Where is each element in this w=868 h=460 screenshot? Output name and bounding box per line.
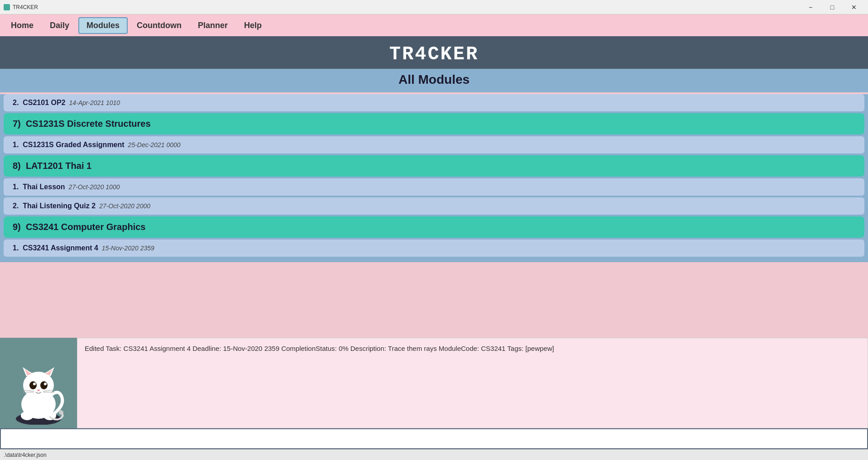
task-index: 1. bbox=[13, 244, 23, 252]
task-date: 27-Oct-2020 2000 bbox=[99, 202, 150, 210]
task-item-thai-lesson[interactable]: 1. Thai Lesson27-Oct-2020 1000 bbox=[4, 178, 864, 196]
command-input-row bbox=[0, 428, 868, 449]
task-item-thai-listening-quiz[interactable]: 2. Thai Listening Quiz 227-Oct-2020 2000 bbox=[4, 197, 864, 215]
output-area: Edited Task: CS3241 Assignment 4 Deadlin… bbox=[0, 338, 868, 428]
app-title-section: TR4CKER bbox=[0, 36, 868, 69]
svg-point-10 bbox=[44, 383, 47, 385]
nav-home[interactable]: Home bbox=[4, 18, 41, 33]
svg-point-11 bbox=[37, 389, 40, 391]
mascot-area bbox=[0, 338, 77, 428]
svg-point-7 bbox=[29, 381, 37, 389]
module-group-lat1201[interactable]: 8) LAT1201 Thai 1 bbox=[4, 155, 864, 177]
task-item-cs3241-assignment4[interactable]: 1. CS3241 Assignment 415-Nov-2020 2359 bbox=[4, 240, 864, 257]
close-button[interactable]: ✕ bbox=[844, 0, 864, 14]
title-bar: TR4CKER − □ ✕ bbox=[0, 0, 868, 14]
menu-bar: Home Daily Modules Countdown Planner Hel… bbox=[0, 14, 868, 36]
svg-point-16 bbox=[21, 411, 34, 420]
nav-help[interactable]: Help bbox=[237, 18, 269, 33]
module-group-index: 7) bbox=[13, 119, 26, 129]
svg-point-9 bbox=[33, 383, 36, 385]
svg-point-8 bbox=[40, 381, 48, 389]
status-path: .\data\tr4cker.json bbox=[4, 452, 47, 458]
task-date: 25-Dec-2021 0000 bbox=[128, 141, 181, 149]
task-item-cs2101-op2[interactable]: 2. CS2101 OP214-Apr-2021 1010 bbox=[4, 94, 864, 111]
task-item-cs1231s-graded[interactable]: 1. CS1231S Graded Assignment25-Dec-2021 … bbox=[4, 136, 864, 153]
title-bar-controls: − □ ✕ bbox=[800, 0, 864, 14]
svg-point-18 bbox=[59, 410, 63, 415]
task-index: 1. bbox=[13, 183, 23, 191]
minimize-button[interactable]: − bbox=[800, 0, 821, 14]
nav-planner[interactable]: Planner bbox=[191, 18, 235, 33]
task-date: 15-Nov-2020 2359 bbox=[102, 244, 154, 252]
nav-modules[interactable]: Modules bbox=[78, 17, 128, 34]
task-name: CS2101 OP2 bbox=[23, 99, 65, 106]
module-group-name: CS1231S Discrete Structures bbox=[26, 119, 151, 129]
task-index: 2. bbox=[13, 202, 23, 210]
task-index: 1. bbox=[13, 141, 23, 149]
task-name: Thai Listening Quiz 2 bbox=[23, 202, 96, 210]
command-input[interactable] bbox=[78, 429, 867, 448]
module-group-cs3241[interactable]: 9) CS3241 Computer Graphics bbox=[4, 216, 864, 238]
module-group-cs1231s[interactable]: 7) CS1231S Discrete Structures bbox=[4, 113, 864, 134]
nav-daily[interactable]: Daily bbox=[43, 18, 77, 33]
mascot-cat bbox=[9, 345, 68, 425]
bottom-section: Edited Task: CS3241 Assignment 4 Deadlin… bbox=[0, 338, 868, 460]
module-group-index: 8) bbox=[13, 161, 26, 171]
task-name: CS1231S Graded Assignment bbox=[23, 141, 124, 149]
module-group-name: LAT1201 Thai 1 bbox=[26, 161, 91, 171]
module-group-index: 9) bbox=[13, 222, 26, 232]
modules-area: 2. CS2101 OP214-Apr-2021 1010 7) CS1231S… bbox=[0, 94, 868, 262]
maximize-button[interactable]: □ bbox=[822, 0, 843, 14]
module-group-name: CS3241 Computer Graphics bbox=[26, 222, 146, 232]
task-name: CS3241 Assignment 4 bbox=[23, 244, 98, 252]
title-bar-left: TR4CKER bbox=[4, 4, 38, 10]
task-date: 14-Apr-2021 1010 bbox=[69, 99, 120, 106]
nav-countdown[interactable]: Countdown bbox=[129, 18, 189, 33]
app-title: TR4CKER bbox=[0, 43, 868, 65]
task-name: Thai Lesson bbox=[23, 183, 65, 191]
task-date: 27-Oct-2020 1000 bbox=[69, 183, 120, 191]
app-icon bbox=[4, 4, 10, 10]
svg-point-2 bbox=[23, 372, 54, 399]
log-text: Edited Task: CS3241 Assignment 4 Deadlin… bbox=[85, 345, 554, 352]
title-bar-app-name: TR4CKER bbox=[13, 4, 38, 10]
task-index: 2. bbox=[13, 99, 23, 106]
status-bar: .\data\tr4cker.json bbox=[0, 449, 868, 460]
page-subtitle: All Modules bbox=[0, 69, 868, 92]
log-output: Edited Task: CS3241 Assignment 4 Deadlin… bbox=[77, 338, 868, 428]
